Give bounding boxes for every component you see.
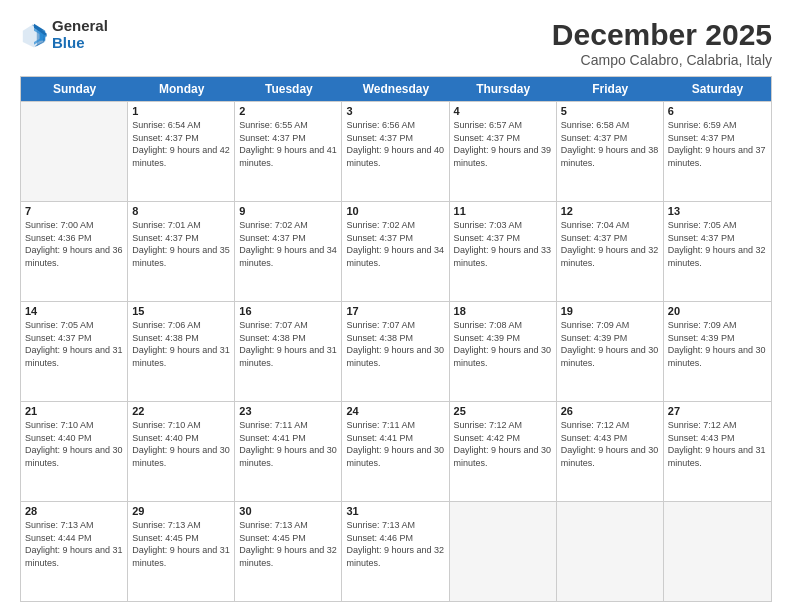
cal-cell: 31Sunrise: 7:13 AMSunset: 4:46 PMDayligh… [342,502,449,601]
cal-cell: 4Sunrise: 6:57 AMSunset: 4:37 PMDaylight… [450,102,557,201]
calendar: SundayMondayTuesdayWednesdayThursdayFrid… [20,76,772,602]
header: General Blue December 2025 Campo Calabro… [20,18,772,68]
day-info: Sunrise: 7:11 AMSunset: 4:41 PMDaylight:… [239,419,337,469]
cal-cell: 27Sunrise: 7:12 AMSunset: 4:43 PMDayligh… [664,402,771,501]
week-row-1: 1Sunrise: 6:54 AMSunset: 4:37 PMDaylight… [21,101,771,201]
cal-cell: 8Sunrise: 7:01 AMSunset: 4:37 PMDaylight… [128,202,235,301]
day-number: 1 [132,105,230,117]
cal-cell: 24Sunrise: 7:11 AMSunset: 4:41 PMDayligh… [342,402,449,501]
cal-cell [557,502,664,601]
cal-cell: 7Sunrise: 7:00 AMSunset: 4:36 PMDaylight… [21,202,128,301]
day-number: 23 [239,405,337,417]
day-number: 20 [668,305,767,317]
day-number: 31 [346,505,444,517]
day-number: 21 [25,405,123,417]
cal-cell: 12Sunrise: 7:04 AMSunset: 4:37 PMDayligh… [557,202,664,301]
header-day-saturday: Saturday [664,77,771,101]
header-day-sunday: Sunday [21,77,128,101]
day-info: Sunrise: 6:54 AMSunset: 4:37 PMDaylight:… [132,119,230,169]
day-info: Sunrise: 6:56 AMSunset: 4:37 PMDaylight:… [346,119,444,169]
day-number: 17 [346,305,444,317]
day-info: Sunrise: 7:04 AMSunset: 4:37 PMDaylight:… [561,219,659,269]
day-number: 2 [239,105,337,117]
day-number: 27 [668,405,767,417]
cal-cell: 10Sunrise: 7:02 AMSunset: 4:37 PMDayligh… [342,202,449,301]
day-info: Sunrise: 7:09 AMSunset: 4:39 PMDaylight:… [668,319,767,369]
day-number: 11 [454,205,552,217]
cal-cell: 25Sunrise: 7:12 AMSunset: 4:42 PMDayligh… [450,402,557,501]
cal-cell: 28Sunrise: 7:13 AMSunset: 4:44 PMDayligh… [21,502,128,601]
cal-cell: 11Sunrise: 7:03 AMSunset: 4:37 PMDayligh… [450,202,557,301]
cal-cell: 30Sunrise: 7:13 AMSunset: 4:45 PMDayligh… [235,502,342,601]
day-info: Sunrise: 7:01 AMSunset: 4:37 PMDaylight:… [132,219,230,269]
cal-cell: 18Sunrise: 7:08 AMSunset: 4:39 PMDayligh… [450,302,557,401]
cal-cell: 22Sunrise: 7:10 AMSunset: 4:40 PMDayligh… [128,402,235,501]
day-number: 4 [454,105,552,117]
cal-cell: 13Sunrise: 7:05 AMSunset: 4:37 PMDayligh… [664,202,771,301]
day-info: Sunrise: 7:11 AMSunset: 4:41 PMDaylight:… [346,419,444,469]
day-number: 8 [132,205,230,217]
day-number: 18 [454,305,552,317]
cal-cell [21,102,128,201]
day-info: Sunrise: 7:07 AMSunset: 4:38 PMDaylight:… [239,319,337,369]
day-info: Sunrise: 6:59 AMSunset: 4:37 PMDaylight:… [668,119,767,169]
day-number: 19 [561,305,659,317]
day-number: 22 [132,405,230,417]
title-block: December 2025 Campo Calabro, Calabria, I… [552,18,772,68]
day-number: 14 [25,305,123,317]
day-number: 30 [239,505,337,517]
day-info: Sunrise: 6:58 AMSunset: 4:37 PMDaylight:… [561,119,659,169]
day-number: 28 [25,505,123,517]
cal-cell: 29Sunrise: 7:13 AMSunset: 4:45 PMDayligh… [128,502,235,601]
day-info: Sunrise: 7:12 AMSunset: 4:42 PMDaylight:… [454,419,552,469]
day-number: 7 [25,205,123,217]
day-info: Sunrise: 7:12 AMSunset: 4:43 PMDaylight:… [561,419,659,469]
logo-text: General Blue [52,18,108,51]
day-info: Sunrise: 7:05 AMSunset: 4:37 PMDaylight:… [668,219,767,269]
day-info: Sunrise: 7:02 AMSunset: 4:37 PMDaylight:… [239,219,337,269]
day-info: Sunrise: 7:13 AMSunset: 4:45 PMDaylight:… [239,519,337,569]
cal-cell: 17Sunrise: 7:07 AMSunset: 4:38 PMDayligh… [342,302,449,401]
calendar-body: 1Sunrise: 6:54 AMSunset: 4:37 PMDaylight… [21,101,771,601]
day-info: Sunrise: 7:13 AMSunset: 4:46 PMDaylight:… [346,519,444,569]
day-info: Sunrise: 7:13 AMSunset: 4:45 PMDaylight:… [132,519,230,569]
cal-cell: 21Sunrise: 7:10 AMSunset: 4:40 PMDayligh… [21,402,128,501]
header-day-monday: Monday [128,77,235,101]
day-number: 3 [346,105,444,117]
day-info: Sunrise: 7:05 AMSunset: 4:37 PMDaylight:… [25,319,123,369]
day-number: 13 [668,205,767,217]
calendar-header: SundayMondayTuesdayWednesdayThursdayFrid… [21,77,771,101]
day-info: Sunrise: 7:10 AMSunset: 4:40 PMDaylight:… [25,419,123,469]
cal-cell [450,502,557,601]
week-row-5: 28Sunrise: 7:13 AMSunset: 4:44 PMDayligh… [21,501,771,601]
day-info: Sunrise: 7:07 AMSunset: 4:38 PMDaylight:… [346,319,444,369]
cal-cell: 5Sunrise: 6:58 AMSunset: 4:37 PMDaylight… [557,102,664,201]
day-info: Sunrise: 7:12 AMSunset: 4:43 PMDaylight:… [668,419,767,469]
day-number: 9 [239,205,337,217]
day-number: 10 [346,205,444,217]
cal-cell: 1Sunrise: 6:54 AMSunset: 4:37 PMDaylight… [128,102,235,201]
cal-cell: 15Sunrise: 7:06 AMSunset: 4:38 PMDayligh… [128,302,235,401]
day-number: 26 [561,405,659,417]
day-info: Sunrise: 7:13 AMSunset: 4:44 PMDaylight:… [25,519,123,569]
header-day-tuesday: Tuesday [235,77,342,101]
day-info: Sunrise: 7:03 AMSunset: 4:37 PMDaylight:… [454,219,552,269]
day-info: Sunrise: 7:10 AMSunset: 4:40 PMDaylight:… [132,419,230,469]
week-row-3: 14Sunrise: 7:05 AMSunset: 4:37 PMDayligh… [21,301,771,401]
day-number: 5 [561,105,659,117]
day-info: Sunrise: 6:57 AMSunset: 4:37 PMDaylight:… [454,119,552,169]
day-info: Sunrise: 7:08 AMSunset: 4:39 PMDaylight:… [454,319,552,369]
location: Campo Calabro, Calabria, Italy [552,52,772,68]
cal-cell: 6Sunrise: 6:59 AMSunset: 4:37 PMDaylight… [664,102,771,201]
header-day-thursday: Thursday [450,77,557,101]
cal-cell: 16Sunrise: 7:07 AMSunset: 4:38 PMDayligh… [235,302,342,401]
logo-icon [20,21,48,49]
cal-cell: 19Sunrise: 7:09 AMSunset: 4:39 PMDayligh… [557,302,664,401]
header-day-friday: Friday [557,77,664,101]
week-row-4: 21Sunrise: 7:10 AMSunset: 4:40 PMDayligh… [21,401,771,501]
day-number: 15 [132,305,230,317]
day-number: 12 [561,205,659,217]
cal-cell: 3Sunrise: 6:56 AMSunset: 4:37 PMDaylight… [342,102,449,201]
day-info: Sunrise: 7:00 AMSunset: 4:36 PMDaylight:… [25,219,123,269]
week-row-2: 7Sunrise: 7:00 AMSunset: 4:36 PMDaylight… [21,201,771,301]
